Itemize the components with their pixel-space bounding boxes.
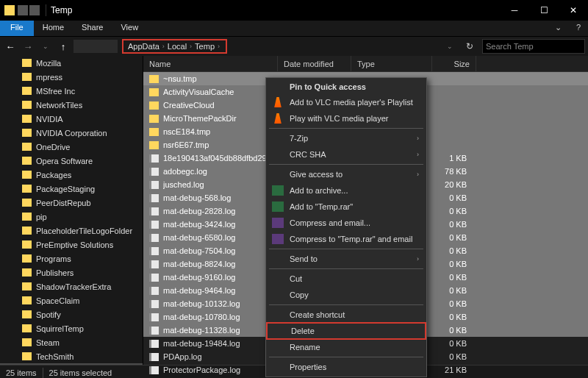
tree-item[interactable]: pip bbox=[0, 210, 143, 224]
ctx-send-to[interactable]: Send to› bbox=[266, 251, 426, 267]
crumb-appdata[interactable]: AppData bbox=[128, 42, 159, 51]
file-size: 0 KB bbox=[432, 220, 473, 229]
archive-icon bbox=[272, 202, 284, 212]
file-name: ProtectorPackage.log bbox=[163, 365, 278, 374]
minimize-button[interactable]: ─ bbox=[500, 0, 529, 21]
tree-item[interactable]: PackageStaging bbox=[0, 182, 143, 196]
back-button[interactable]: ← bbox=[3, 39, 18, 54]
tree-item[interactable]: MSfree Inc bbox=[0, 84, 143, 98]
file-icon bbox=[149, 313, 159, 321]
recent-dropdown[interactable]: ⌄ bbox=[38, 39, 53, 54]
tree-item[interactable]: OneDrive bbox=[0, 140, 143, 154]
ctx-crc[interactable]: CRC SHA› bbox=[266, 146, 426, 163]
tree-label: PeerDistRepub bbox=[36, 199, 91, 207]
up-button[interactable]: ↑ bbox=[56, 39, 71, 54]
ctx-copy[interactable]: Copy bbox=[266, 287, 426, 303]
path-segment[interactable] bbox=[74, 40, 118, 53]
file-name: mat-debug-8824.log bbox=[163, 260, 278, 268]
folder-icon bbox=[22, 101, 32, 109]
address-dropdown[interactable]: ⌄ bbox=[442, 39, 457, 54]
tree-item[interactable]: NVIDIA bbox=[0, 112, 143, 126]
file-size: 0 KB bbox=[432, 273, 473, 282]
tree-item[interactable]: SquirrelTemp bbox=[0, 321, 143, 335]
tree-item[interactable]: PeerDistRepub bbox=[0, 196, 143, 210]
tab-share[interactable]: Share bbox=[73, 21, 112, 36]
breadcrumb[interactable]: AppData› Local› Temp› bbox=[122, 39, 227, 54]
ribbon-expand[interactable]: ⌄ bbox=[548, 21, 569, 36]
file-size: 0 KB bbox=[432, 286, 473, 295]
file-icon bbox=[149, 154, 159, 163]
maximize-button[interactable]: ☐ bbox=[529, 0, 559, 21]
tree-item[interactable]: Packages bbox=[0, 168, 143, 182]
blank-icon bbox=[272, 254, 284, 264]
tree-item[interactable]: Publishers bbox=[0, 265, 143, 279]
folder-icon bbox=[22, 310, 32, 318]
qat-dropdown[interactable] bbox=[29, 5, 40, 15]
ctx-shortcut[interactable]: Create shortcut bbox=[266, 307, 426, 323]
nav-tree[interactable]: MozillampressMSfree IncNetworkTilesNVIDI… bbox=[0, 56, 143, 365]
tree-item[interactable]: PreEmptive Solutions bbox=[0, 238, 143, 252]
file-name: adobegc.log bbox=[163, 167, 278, 176]
file-name: mat-debug-2828.log bbox=[163, 207, 278, 215]
ctx-compress[interactable]: Compress and email... bbox=[266, 215, 426, 231]
tree-item[interactable]: Spotify bbox=[0, 307, 143, 321]
crumb-local[interactable]: Local bbox=[168, 42, 187, 51]
folder-icon bbox=[22, 59, 32, 67]
ctx-give-access[interactable]: Give access to› bbox=[266, 166, 426, 182]
tree-item[interactable]: Programs bbox=[0, 252, 143, 265]
file-name: mat-debug-19484.log bbox=[163, 339, 278, 348]
col-size[interactable]: Size bbox=[432, 56, 476, 71]
tree-label: Opera Software bbox=[36, 157, 93, 165]
tree-item[interactable]: PlaceholderTileLogoFolder bbox=[0, 224, 143, 238]
folder-icon bbox=[149, 88, 159, 96]
ctx-compress-rar[interactable]: Compress to "Temp.rar" and email bbox=[266, 231, 426, 247]
tree-item[interactable]: Steam bbox=[0, 335, 143, 349]
tree-item[interactable]: NetworkTiles bbox=[0, 98, 143, 112]
ctx-pin[interactable]: Pin to Quick access bbox=[266, 79, 426, 94]
file-size: 0 KB bbox=[432, 326, 473, 335]
tree-item[interactable]: SpaceClaim bbox=[0, 293, 143, 307]
ctx-cut[interactable]: Cut bbox=[266, 271, 426, 287]
ctx-vlc-add[interactable]: Add to VLC media player's Playlist bbox=[266, 94, 426, 110]
vlc-icon bbox=[272, 97, 284, 107]
tree-label: PackageStaging bbox=[36, 185, 95, 193]
tab-file[interactable]: File bbox=[0, 21, 34, 36]
file-size: 0 KB bbox=[432, 313, 473, 321]
col-type[interactable]: Type bbox=[351, 56, 432, 71]
col-name[interactable]: Name bbox=[143, 56, 278, 71]
file-name: ActivityVisualCache bbox=[163, 88, 278, 96]
close-button[interactable]: ✕ bbox=[559, 0, 588, 21]
tree-item[interactable]: ShadowTrackerExtra bbox=[0, 279, 143, 293]
file-name: mat-debug-6580.log bbox=[163, 233, 278, 242]
tree-item[interactable]: Opera Software bbox=[0, 154, 143, 168]
forward-button[interactable]: → bbox=[21, 39, 35, 54]
tree-label: NetworkTiles bbox=[36, 101, 82, 110]
tree-label: Programs bbox=[36, 254, 71, 263]
qat-button[interactable] bbox=[18, 5, 28, 15]
tree-label: Publishers bbox=[36, 268, 74, 277]
file-name: mat-debug-3424.log bbox=[163, 220, 278, 229]
blank-icon bbox=[272, 310, 284, 320]
tree-item[interactable]: Mozilla bbox=[0, 56, 143, 70]
search-input[interactable]: Search Temp bbox=[482, 39, 585, 54]
tab-home[interactable]: Home bbox=[34, 21, 73, 36]
file-size: 1 KB bbox=[432, 154, 473, 163]
folder-icon bbox=[22, 338, 32, 346]
ctx-add-archive[interactable]: Add to archive... bbox=[266, 182, 426, 199]
ctx-add-rar[interactable]: Add to "Temp.rar" bbox=[266, 199, 426, 215]
tree-item[interactable]: mpress bbox=[0, 70, 143, 84]
tree-item[interactable]: TechSmith bbox=[0, 349, 143, 363]
tree-item[interactable]: NVIDIA Corporation bbox=[0, 126, 143, 140]
file-icon bbox=[149, 353, 159, 361]
ctx-rename[interactable]: Rename bbox=[266, 339, 426, 355]
ctx-7zip[interactable]: 7-Zip› bbox=[266, 130, 426, 146]
ctx-delete[interactable]: Delete bbox=[266, 322, 426, 340]
ctx-vlc-play[interactable]: Play with VLC media player bbox=[266, 110, 426, 126]
crumb-temp[interactable]: Temp bbox=[195, 42, 215, 51]
tab-view[interactable]: View bbox=[112, 21, 147, 36]
tree-item[interactable]: ›Temp bbox=[0, 363, 143, 365]
refresh-button[interactable]: ↻ bbox=[460, 41, 479, 51]
ctx-properties[interactable]: Properties bbox=[266, 359, 426, 375]
help-button[interactable]: ? bbox=[569, 21, 588, 36]
col-date[interactable]: Date modified bbox=[278, 56, 351, 71]
